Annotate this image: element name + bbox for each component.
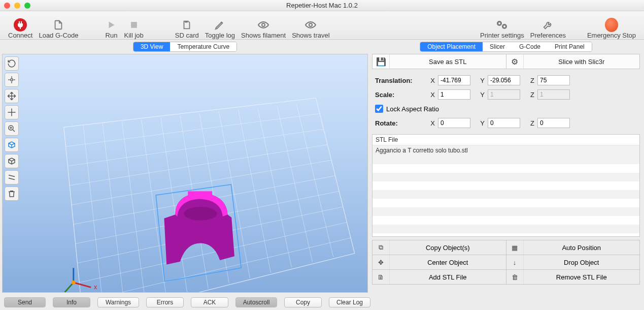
file-icon xyxy=(52,18,65,32)
printer-settings-label: Printer settings xyxy=(480,32,524,39)
log-copy-button[interactable]: Copy xyxy=(284,297,322,307)
viewport-3d[interactable]: x xyxy=(2,54,368,293)
add-stl-button[interactable]: 🗎Add STL File xyxy=(372,270,506,284)
file-add-icon: 🗎 xyxy=(372,270,390,284)
kill-job-label: Kill job xyxy=(124,32,143,39)
slice-label: Slice with Slic3r xyxy=(524,58,640,66)
emergency-stop-label: Emergency Stop xyxy=(587,32,636,39)
svg-line-11 xyxy=(83,125,104,292)
shows-filament-button[interactable]: Shows filament xyxy=(241,13,286,39)
lock-aspect-checkbox[interactable] xyxy=(375,105,383,113)
log-errors-button[interactable]: Errors xyxy=(146,297,184,307)
shows-travel-button[interactable]: Shows travel xyxy=(292,13,329,39)
rotate-z-input[interactable] xyxy=(537,118,570,128)
save-icon: 💾 xyxy=(372,54,390,69)
sd-card-icon xyxy=(180,18,193,32)
center-object-button[interactable]: ✥Center Object xyxy=(372,255,506,269)
svg-rect-0 xyxy=(131,22,137,28)
play-icon xyxy=(105,18,118,32)
drop-icon: ↓ xyxy=(506,255,524,269)
gears-icon xyxy=(495,18,509,32)
log-toolbar: Send Info Warnings Errors ACK Autoscroll… xyxy=(0,295,644,310)
rotate-label: Rotate: xyxy=(375,119,421,127)
slice-button[interactable]: ⚙ Slice with Slic3r xyxy=(506,54,640,69)
emergency-stop-button[interactable]: Emergency Stop xyxy=(587,13,636,39)
rotate-y-input[interactable] xyxy=(488,118,520,128)
drop-object-button[interactable]: ↓Drop Object xyxy=(506,255,640,269)
svg-line-22 xyxy=(296,104,333,257)
tab-print-panel[interactable]: Print Panel xyxy=(548,42,592,51)
list-item[interactable]: Aggancio a T corretto solo tubo.stl xyxy=(372,145,639,156)
plug-icon xyxy=(14,18,27,32)
stop-icon xyxy=(127,18,141,32)
eye-icon xyxy=(304,18,317,32)
kill-job-button[interactable]: Kill job xyxy=(124,13,143,39)
tab-object-placement[interactable]: Object Placement xyxy=(420,42,483,51)
svg-line-23 xyxy=(316,98,354,254)
scale-x-input[interactable] xyxy=(438,89,470,100)
log-warnings-button[interactable]: Warnings xyxy=(97,297,139,307)
main-toolbar: Connect Load G-Code Run Kill job SD card… xyxy=(0,11,644,40)
svg-line-27 xyxy=(70,145,327,185)
window-zoom-icon[interactable] xyxy=(24,3,30,9)
axis-z-label: Z xyxy=(526,77,534,84)
tab-temperature-curve[interactable]: Temperature Curve xyxy=(170,42,236,51)
rotate-x-input[interactable] xyxy=(438,118,470,128)
connect-button[interactable]: Connect xyxy=(8,13,32,39)
view-tabs: 3D View Temperature Curve xyxy=(2,42,368,52)
svg-point-2 xyxy=(309,23,312,26)
load-gcode-button[interactable]: Load G-Code xyxy=(39,13,78,39)
sd-card-label: SD card xyxy=(175,32,199,39)
eye-icon xyxy=(257,18,270,32)
grid-icon: ▦ xyxy=(506,240,524,255)
translation-y-input[interactable] xyxy=(488,75,520,85)
window-minimize-icon[interactable] xyxy=(14,3,20,9)
svg-line-20 xyxy=(258,108,292,267)
printer-settings-button[interactable]: Printer settings xyxy=(480,13,524,39)
run-button[interactable]: Run xyxy=(105,13,118,39)
pencil-icon xyxy=(213,18,226,32)
copy-icon: ⧉ xyxy=(372,240,390,255)
auto-position-button[interactable]: ▦Auto Position xyxy=(506,240,640,255)
gear-icon: ⚙ xyxy=(506,54,524,69)
bed-render: x xyxy=(3,54,367,292)
svg-line-26 xyxy=(67,129,323,166)
tab-slicer[interactable]: Slicer xyxy=(483,42,512,51)
sd-card-button[interactable]: SD card xyxy=(175,13,199,39)
scale-y-input xyxy=(488,89,520,100)
tab-3d-view[interactable]: 3D View xyxy=(133,42,170,51)
window-close-icon[interactable] xyxy=(4,3,10,9)
remove-stl-button[interactable]: 🗑Remove STL File xyxy=(506,270,640,284)
svg-rect-37 xyxy=(188,191,212,197)
log-info-button[interactable]: Info xyxy=(53,297,90,307)
svg-line-38 xyxy=(74,283,91,288)
load-gcode-label: Load G-Code xyxy=(39,32,78,39)
svg-line-24 xyxy=(64,98,316,127)
stl-file-header: STL File xyxy=(372,135,639,145)
log-send-button[interactable]: Send xyxy=(4,297,46,307)
stl-file-list[interactable]: STL File Aggancio a T corretto solo tubo… xyxy=(372,134,640,237)
svg-line-12 xyxy=(103,123,125,292)
axis-x-label: X xyxy=(427,77,435,84)
connect-label: Connect xyxy=(8,32,32,39)
toggle-log-button[interactable]: Toggle log xyxy=(205,13,235,39)
svg-line-34 xyxy=(83,254,355,292)
axis-y-label: Y xyxy=(477,77,485,84)
copy-objects-button[interactable]: ⧉Copy Object(s) xyxy=(372,240,506,255)
log-autoscroll-button[interactable]: Autoscroll xyxy=(235,297,277,307)
preferences-button[interactable]: Preferences xyxy=(530,13,566,39)
save-stl-button[interactable]: 💾 Save as STL xyxy=(372,54,506,69)
window-title: Repetier-Host Mac 1.0.2 xyxy=(0,2,644,9)
trash-icon: 🗑 xyxy=(506,270,524,284)
log-clear-button[interactable]: Clear Log xyxy=(329,297,370,307)
svg-point-42 xyxy=(72,281,76,285)
tab-gcode[interactable]: G-Code xyxy=(512,42,548,51)
log-ack-button[interactable]: ACK xyxy=(191,297,228,307)
titlebar: Repetier-Host Mac 1.0.2 xyxy=(0,0,644,11)
translation-x-input[interactable] xyxy=(438,75,470,85)
right-panel: Object Placement Slicer G-Code Print Pan… xyxy=(370,40,644,295)
translation-z-input[interactable] xyxy=(537,75,570,85)
svg-point-1 xyxy=(262,23,265,26)
svg-point-36 xyxy=(184,207,217,221)
svg-text:x: x xyxy=(94,284,97,291)
